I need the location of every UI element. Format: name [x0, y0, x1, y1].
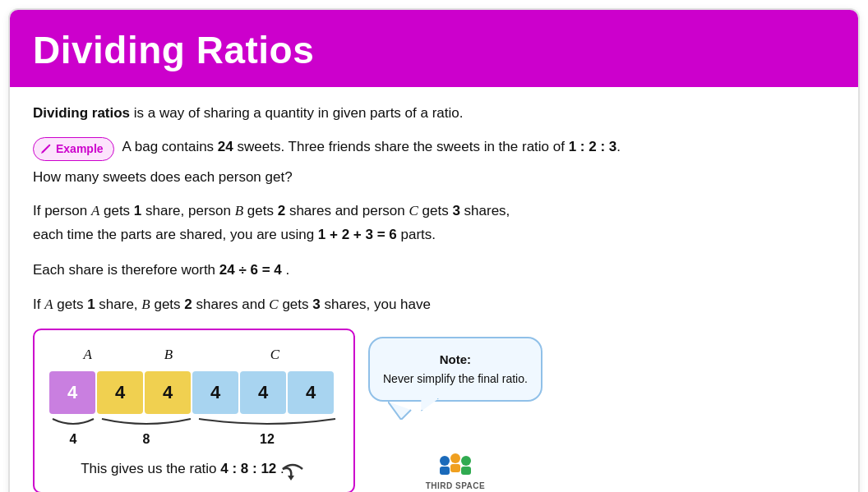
- svg-rect-6: [461, 467, 471, 475]
- box-b2: 4: [145, 371, 191, 414]
- logo-text: THIRD SPACELEARNING: [426, 481, 486, 492]
- note-title: Note:: [383, 350, 528, 370]
- example-row: Example A bag contains 24 sweets. Three …: [33, 136, 835, 160]
- page-title: Dividing Ratios: [33, 28, 835, 72]
- svg-rect-2: [440, 467, 450, 475]
- brace-a: 4: [49, 417, 97, 450]
- brace-b-value: 8: [143, 429, 150, 450]
- svg-point-3: [450, 453, 460, 463]
- note-cloud: Note: Never simplify the final ratio.: [368, 337, 542, 401]
- brace-a-svg: [49, 417, 97, 429]
- braces-container: 4 8 12: [49, 417, 339, 450]
- brace-a-value: 4: [70, 429, 77, 450]
- diagram-section: A B C 4 4 4 4 4 4: [33, 329, 835, 492]
- svg-rect-4: [450, 464, 460, 472]
- brace-c-svg: [196, 417, 339, 429]
- definition-bold: Dividing ratios: [33, 105, 130, 121]
- arrow-icon: [276, 458, 307, 481]
- note-bubble: Note: Never simplify the final ratio.: [368, 337, 542, 401]
- diagram-labels-row: A B C: [49, 343, 339, 366]
- label-a: A: [64, 343, 112, 366]
- cloud-tail: [388, 402, 421, 420]
- para1: If person A gets 1 share, person B gets …: [33, 200, 835, 247]
- main-card: Dividing Ratios Dividing ratios is a way…: [8, 8, 860, 492]
- brace-b: 8: [99, 417, 194, 450]
- brace-c: 12: [196, 417, 339, 450]
- box-c2: 4: [240, 371, 286, 414]
- box-c3: 4: [288, 371, 334, 414]
- box-c1: 4: [192, 371, 238, 414]
- diagram-caption: This gives us the ratio 4 : 8 : 12 .: [81, 458, 284, 480]
- para3: If A gets 1 share, B gets 2 shares and C…: [33, 293, 835, 317]
- brace-c-value: 12: [260, 429, 275, 450]
- logo-svg: [432, 446, 478, 481]
- logo-area: THIRD SPACELEARNING: [426, 446, 486, 492]
- brace-b-svg: [99, 417, 194, 429]
- svg-point-5: [461, 456, 471, 466]
- diagram-box: A B C 4 4 4 4 4 4: [33, 329, 355, 492]
- box-a1: 4: [49, 371, 95, 414]
- example-continuation: How many sweets does each person get?: [33, 166, 835, 188]
- svg-point-1: [440, 456, 450, 466]
- definition-text: Dividing ratios is a way of sharing a qu…: [33, 102, 835, 124]
- box-b1: 4: [97, 371, 143, 414]
- example-text: A bag contains 24 sweets. Three friends …: [122, 136, 621, 158]
- pencil-icon: [40, 143, 52, 154]
- example-badge: Example: [33, 137, 114, 160]
- caption-row: This gives us the ratio 4 : 8 : 12 .: [49, 456, 339, 481]
- note-text: Never simplify the final ratio.: [383, 370, 528, 388]
- definition-rest: is a way of sharing a quantity in given …: [130, 105, 463, 121]
- label-b: B: [127, 343, 210, 366]
- para2: Each share is therefore worth 24 ÷ 6 = 4…: [33, 259, 835, 283]
- label-c: C: [225, 343, 324, 366]
- header: Dividing Ratios: [10, 10, 858, 87]
- boxes-row: 4 4 4 4 4 4: [49, 371, 339, 414]
- content-area: Dividing ratios is a way of sharing a qu…: [10, 87, 858, 492]
- svg-marker-0: [288, 476, 294, 481]
- note-and-logo: Note: Never simplify the final ratio.: [368, 329, 542, 492]
